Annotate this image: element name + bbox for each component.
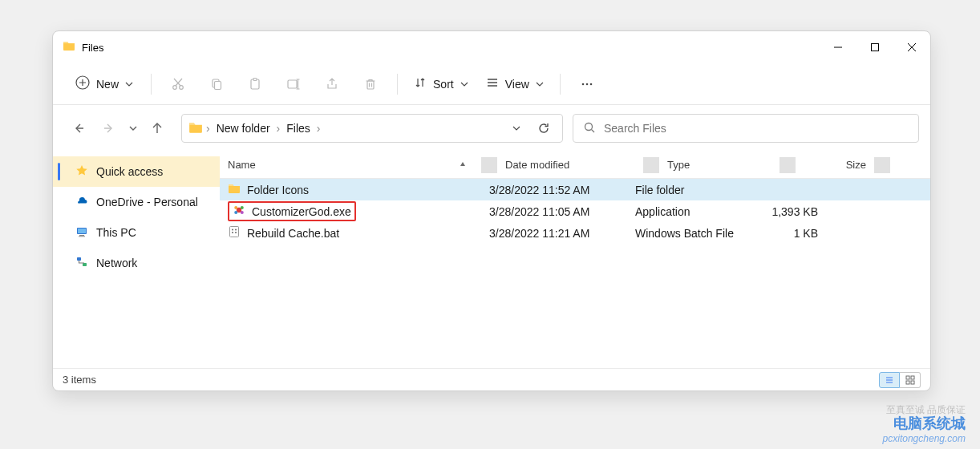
content: Name Date modified Type Size Folder Icon… [220, 152, 930, 368]
up-button[interactable] [143, 114, 172, 143]
rename-button[interactable] [277, 69, 310, 99]
svg-rect-55 [906, 381, 909, 384]
chevron-right-icon: › [277, 122, 281, 135]
svg-rect-38 [77, 257, 81, 261]
svg-rect-19 [367, 81, 374, 89]
delete-button[interactable] [354, 69, 387, 99]
refresh-button[interactable] [532, 122, 556, 135]
file-row[interactable]: CustomizerGod.exe3/28/2022 11:05 AMAppli… [220, 200, 930, 222]
sidebar-item[interactable]: OneDrive - Personal [53, 187, 220, 217]
toolbar-separator [397, 74, 398, 95]
svg-point-42 [241, 206, 244, 209]
view-icon [486, 76, 499, 91]
paste-button[interactable] [238, 69, 272, 99]
view-toggle [879, 372, 921, 388]
details-view-button[interactable] [879, 372, 900, 388]
nav-row: › New folder › Files › [53, 105, 930, 152]
sidebar-item-label: Network [96, 257, 137, 269]
svg-rect-35 [78, 229, 86, 233]
svg-line-3 [908, 43, 916, 51]
breadcrumb-segment[interactable]: Files [283, 120, 314, 136]
chevron-down-icon [460, 78, 468, 91]
thumbnails-view-button[interactable] [900, 372, 921, 388]
breadcrumb[interactable]: › New folder › Files › [181, 114, 563, 143]
sort-button[interactable]: Sort [407, 71, 475, 96]
titlebar-left: Files [63, 39, 103, 55]
file-type: Windows Batch File [627, 227, 747, 240]
maximize-button[interactable] [856, 31, 893, 63]
sidebar-item[interactable]: Network [53, 248, 220, 278]
status-text: 3 items [63, 374, 96, 386]
file-row[interactable]: Rebuild Cache.bat3/28/2022 11:21 AMWindo… [220, 222, 930, 244]
file-date: 3/28/2022 11:21 AM [481, 227, 627, 240]
column-header-size[interactable]: Size [796, 159, 874, 171]
svg-point-27 [585, 83, 588, 85]
column-header-date[interactable]: Date modified [497, 159, 643, 171]
network-icon [75, 256, 88, 271]
svg-point-4 [76, 76, 89, 89]
sidebar-item-label: This PC [96, 226, 136, 239]
folder-icon [228, 182, 241, 197]
svg-rect-45 [230, 227, 239, 237]
toolbar-separator [151, 74, 152, 95]
view-button[interactable]: View [480, 71, 550, 96]
svg-rect-37 [79, 236, 85, 237]
body: Quick accessOneDrive - PersonalThis PCNe… [53, 152, 930, 368]
app-icon [233, 204, 245, 219]
sort-icon [414, 76, 427, 91]
forward-button[interactable] [95, 114, 124, 143]
toolbar: New Sort [53, 63, 930, 105]
onedrive-icon [75, 195, 88, 210]
search-input[interactable] [604, 122, 909, 135]
back-button[interactable] [64, 114, 93, 143]
svg-rect-1 [872, 44, 879, 51]
column-headers: Name Date modified Type Size [220, 152, 930, 179]
folder-icon [188, 120, 203, 137]
cut-button[interactable] [161, 69, 195, 99]
sidebar-item[interactable]: Quick access [53, 156, 220, 187]
chevron-down-icon [536, 78, 544, 91]
sidebar-item-label: OneDrive - Personal [96, 196, 198, 208]
file-size: 1,393 KB [747, 205, 826, 218]
svg-line-10 [176, 79, 182, 86]
recent-locations-button[interactable] [125, 114, 141, 143]
minimize-button[interactable] [820, 31, 856, 63]
breadcrumb-dropdown[interactable] [504, 124, 528, 132]
file-row[interactable]: Folder Icons3/28/2022 11:52 AMFile folde… [220, 179, 930, 200]
column-header-type[interactable]: Type [659, 159, 780, 171]
view-label: View [505, 78, 529, 91]
sidebar-item[interactable]: This PC [53, 217, 220, 248]
copy-button[interactable] [200, 69, 233, 99]
file-type: Application [627, 205, 747, 218]
new-plus-icon [75, 75, 90, 92]
sort-indicator-icon [459, 159, 467, 171]
search-box[interactable] [573, 114, 919, 143]
breadcrumb-segment[interactable]: New folder [213, 120, 273, 136]
star-icon [75, 164, 88, 180]
svg-point-46 [232, 232, 233, 233]
sort-label: Sort [433, 78, 454, 91]
bat-icon [228, 225, 241, 241]
more-button[interactable] [570, 69, 604, 99]
svg-point-43 [234, 211, 237, 214]
share-button[interactable] [315, 69, 349, 99]
file-explorer-window: Files New [52, 30, 931, 391]
file-date: 3/28/2022 11:05 AM [481, 205, 627, 218]
svg-point-32 [585, 123, 593, 130]
file-name: CustomizerGod.exe [252, 205, 351, 218]
column-header-name[interactable]: Name [220, 159, 481, 171]
close-button[interactable] [893, 31, 930, 63]
statusbar: 3 items [53, 368, 930, 390]
file-name: Rebuild Cache.bat [247, 227, 339, 240]
svg-rect-54 [911, 376, 914, 379]
titlebar: Files [53, 31, 930, 63]
sidebar: Quick accessOneDrive - PersonalThis PCNe… [53, 152, 220, 368]
svg-rect-56 [911, 381, 914, 384]
new-button[interactable]: New [67, 71, 141, 97]
svg-rect-36 [79, 235, 84, 236]
highlight-box: CustomizerGod.exe [228, 201, 356, 221]
search-icon [583, 121, 596, 136]
svg-point-44 [241, 211, 244, 214]
svg-line-33 [592, 129, 595, 132]
svg-point-40 [237, 208, 241, 212]
